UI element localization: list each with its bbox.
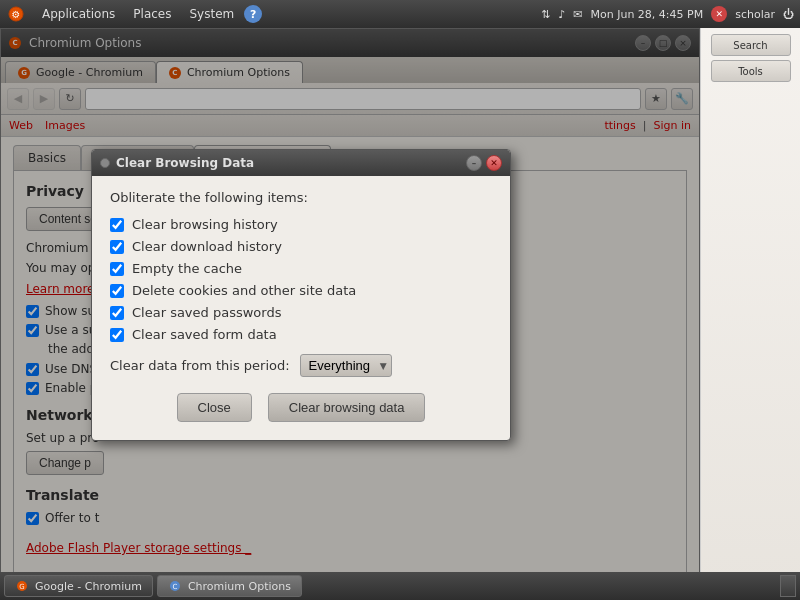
taskbar-google-item[interactable]: G Google - Chromium [4,575,153,597]
network-icon: ⇅ [541,8,550,21]
dialog-minimize-btn[interactable]: – [466,155,482,171]
applications-menu[interactable]: Applications [34,5,123,23]
taskbar-right-items [780,575,796,597]
taskbar-menu: Applications Places System ? [34,5,262,23]
app-icon: ⚙ [6,4,26,24]
taskbar-options-item[interactable]: C Chromium Options [157,575,302,597]
period-select[interactable]: Everything Last hour Last day Last week … [300,354,392,377]
dialog-close-button[interactable]: Close [177,393,252,422]
clear-passwords-label: Clear saved passwords [132,305,281,320]
clear-history-checkbox[interactable] [110,218,124,232]
taskbar-options-icon: C [168,579,182,593]
right-panel: Search Tools [700,28,800,593]
dialog-titlebar: Clear Browsing Data – ✕ [92,150,510,176]
dialog-controls: – ✕ [466,155,502,171]
clear-browsing-dialog: Clear Browsing Data – ✕ Obliterate the f… [91,149,511,441]
user-icon: ✕ [711,6,727,22]
tools-btn[interactable]: Tools [711,60,791,82]
clear-passwords-checkbox[interactable] [110,306,124,320]
clock: Mon Jun 28, 4:45 PM [591,8,704,21]
bottom-taskbar: G Google - Chromium C Chromium Options [0,572,800,600]
empty-cache-checkbox[interactable] [110,262,124,276]
system-menu[interactable]: System [181,5,242,23]
delete-cookies-label: Delete cookies and other site data [132,283,356,298]
help-icon[interactable]: ? [244,5,262,23]
username: scholar [735,8,775,21]
empty-cache-label: Empty the cache [132,261,242,276]
svg-text:C: C [172,583,177,591]
places-menu[interactable]: Places [125,5,179,23]
clear-form-label: Clear saved form data [132,327,277,342]
clear-form-checkbox[interactable] [110,328,124,342]
taskbar-options-label: Chromium Options [188,580,291,593]
delete-cookies-checkbox[interactable] [110,284,124,298]
dialog-close-btn[interactable]: ✕ [486,155,502,171]
svg-text:G: G [19,583,24,591]
clear-download-label: Clear download history [132,239,282,254]
top-taskbar: ⚙ Applications Places System ? ⇅ ♪ ✉ Mon… [0,0,800,28]
period-row: Clear data from this period: Everything … [110,354,492,377]
svg-text:⚙: ⚙ [12,9,21,20]
taskbar-google-icon: G [15,579,29,593]
email-icon: ✉ [573,8,582,21]
dialog-subtitle: Obliterate the following items: [110,190,492,205]
empty-cache-row: Empty the cache [110,261,492,276]
dialog-buttons: Close Clear browsing data [110,393,492,426]
period-label: Clear data from this period: [110,358,290,373]
clear-download-row: Clear download history [110,239,492,254]
dialog-clear-button[interactable]: Clear browsing data [268,393,426,422]
search-tools-btn[interactable]: Search [711,34,791,56]
dialog-dot [100,158,110,168]
browser-window: C Chromium Options – □ × G Google - Chro… [0,28,700,593]
clear-passwords-row: Clear saved passwords [110,305,492,320]
clear-download-checkbox[interactable] [110,240,124,254]
taskbar-google-label: Google - Chromium [35,580,142,593]
dialog-title: Clear Browsing Data [116,156,254,170]
clear-history-label: Clear browsing history [132,217,278,232]
volume-icon: ♪ [558,8,565,21]
power-icon[interactable]: ⏻ [783,8,794,21]
delete-cookies-row: Delete cookies and other site data [110,283,492,298]
taskbar-right: ⇅ ♪ ✉ Mon Jun 28, 4:45 PM ✕ scholar ⏻ [541,6,794,22]
show-desktop-button[interactable] [780,575,796,597]
clear-history-row: Clear browsing history [110,217,492,232]
clear-form-row: Clear saved form data [110,327,492,342]
period-select-wrapper: Everything Last hour Last day Last week … [300,354,392,377]
dialog-body: Obliterate the following items: Clear br… [92,176,510,440]
